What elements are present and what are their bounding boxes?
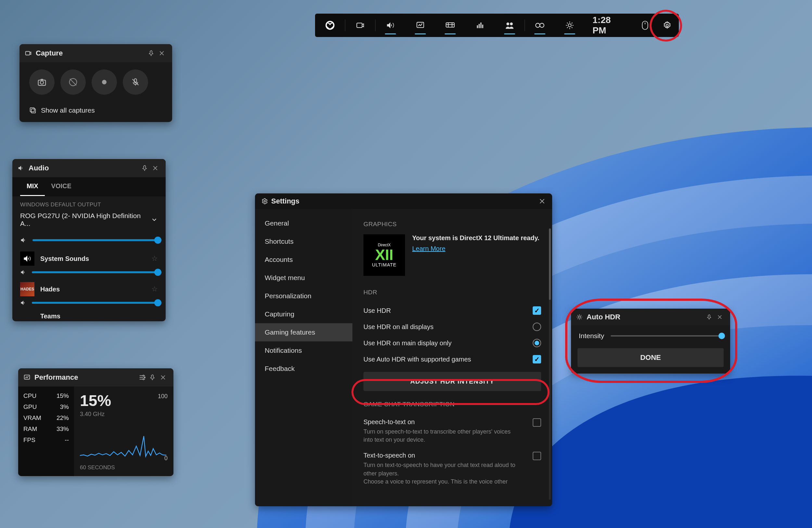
svg-rect-3 xyxy=(446,23,454,27)
checkbox-unchecked[interactable] xyxy=(533,452,541,460)
svg-point-24 xyxy=(143,375,144,376)
stats-button[interactable] xyxy=(465,14,495,37)
performance-title: Performance xyxy=(34,373,78,382)
tab-mix[interactable]: MIX xyxy=(20,177,45,196)
sidebar-item-shortcuts[interactable]: Shortcuts xyxy=(255,232,352,251)
close-button[interactable] xyxy=(150,163,160,173)
auto-hdr-title: Auto HDR xyxy=(586,313,620,321)
resources-button[interactable] xyxy=(435,14,465,37)
favorite-star[interactable]: ☆ xyxy=(151,285,158,293)
capture-button[interactable] xyxy=(345,14,375,37)
show-all-captures-label: Show all captures xyxy=(41,106,95,114)
svg-rect-4 xyxy=(477,25,478,28)
speaker-icon xyxy=(20,269,27,275)
settings-header: Settings xyxy=(255,193,552,209)
default-output-label: WINDOWS DEFAULT OUTPUT xyxy=(12,196,166,210)
adjust-hdr-intensity-button[interactable]: ADJUST HDR INTENSITY xyxy=(363,372,541,391)
sidebar-item-general[interactable]: General xyxy=(255,214,352,232)
close-button[interactable] xyxy=(157,48,167,58)
section-hdr: HDR xyxy=(363,289,541,296)
use-hdr-main-row[interactable]: Use HDR on main display only xyxy=(363,335,541,351)
sidebar-item-accounts[interactable]: Accounts xyxy=(255,251,352,269)
speaker-icon xyxy=(20,300,27,306)
pin-button[interactable] xyxy=(140,163,150,173)
stat-row: RAM33% xyxy=(24,423,69,435)
close-button[interactable] xyxy=(714,312,725,322)
checkbox-checked[interactable]: ✓ xyxy=(533,306,541,315)
section-graphics: GRAPHICS xyxy=(363,221,541,228)
xbox-social-button[interactable] xyxy=(495,14,525,37)
speech-to-text-row[interactable]: Speech-to-text on Turn on speech-to-text… xyxy=(363,414,541,448)
close-button[interactable] xyxy=(538,198,546,205)
mic-button[interactable] xyxy=(123,70,148,95)
radio-selected[interactable] xyxy=(533,339,541,347)
record-last-button[interactable] xyxy=(60,70,86,95)
svg-point-10 xyxy=(536,24,540,28)
sidebar-item-capturing[interactable]: Capturing xyxy=(255,305,352,323)
performance-graph: 15% 3.40 GHz 100 0 60 SECONDS xyxy=(74,387,173,476)
pin-button[interactable] xyxy=(147,372,158,382)
output-device-dropdown[interactable]: ROG PG27U (2- NVIDIA High Definition A..… xyxy=(12,210,166,233)
master-volume-slider[interactable] xyxy=(32,239,158,241)
capture-title: Capture xyxy=(36,49,63,58)
sidebar-item-gaming-features[interactable]: Gaming features xyxy=(255,323,352,342)
pin-button[interactable] xyxy=(704,312,714,322)
favorite-star[interactable]: ☆ xyxy=(151,254,158,263)
sidebar-item-personalization[interactable]: Personalization xyxy=(255,287,352,305)
done-button[interactable]: DONE xyxy=(578,348,724,367)
performance-stats-list: CPU15% GPU3% VRAM22% RAM33% FPS-- xyxy=(18,387,74,476)
audio-item-system: System Sounds ☆ xyxy=(12,248,166,279)
text-to-speech-row[interactable]: Text-to-speech on Turn on text-to-speech… xyxy=(363,448,541,490)
system-sounds-slider[interactable] xyxy=(32,271,158,273)
svg-point-27 xyxy=(264,200,266,202)
options-button[interactable] xyxy=(137,372,147,382)
settings-title: Settings xyxy=(271,197,300,206)
clock: 1:28 PM xyxy=(585,14,635,37)
perf-ymin: 0 xyxy=(164,455,168,462)
svg-rect-22 xyxy=(31,109,35,113)
radio-unselected[interactable] xyxy=(533,322,541,331)
svg-rect-15 xyxy=(26,51,30,55)
svg-rect-5 xyxy=(478,24,479,28)
checkbox-unchecked[interactable] xyxy=(533,418,541,427)
dx12-status-text: Your system is DirectX 12 Ultimate ready… xyxy=(412,234,539,242)
performance-button[interactable] xyxy=(405,14,435,37)
pin-button[interactable] xyxy=(146,48,157,58)
svg-rect-6 xyxy=(480,22,481,28)
svg-rect-1 xyxy=(357,23,362,28)
gear-icon xyxy=(261,198,268,205)
scrollbar[interactable] xyxy=(549,228,551,500)
use-hdr-row[interactable]: Use HDR ✓ xyxy=(363,302,541,319)
mouse-button[interactable] xyxy=(635,14,655,37)
use-autohdr-row[interactable]: Use Auto HDR with supported games ✓ xyxy=(363,351,541,367)
sidebar-item-widget-menu[interactable]: Widget menu xyxy=(255,269,352,287)
intensity-row: Intensity xyxy=(571,326,730,346)
close-button[interactable] xyxy=(158,372,168,382)
audio-header: Audio xyxy=(12,159,166,177)
brightness-button[interactable] xyxy=(555,14,585,37)
screenshot-button[interactable] xyxy=(29,70,55,95)
audio-title: Audio xyxy=(29,164,49,172)
gallery-button[interactable] xyxy=(525,14,555,37)
learn-more-link[interactable]: Learn More xyxy=(412,245,445,253)
tab-voice[interactable]: VOICE xyxy=(45,177,78,196)
show-all-captures-link[interactable]: Show all captures xyxy=(19,102,172,122)
settings-gear-button[interactable] xyxy=(655,14,679,37)
auto-hdr-header: Auto HDR xyxy=(571,308,730,326)
performance-icon xyxy=(24,374,30,381)
game-bar: 1:28 PM xyxy=(315,14,679,37)
checkbox-checked[interactable]: ✓ xyxy=(533,355,541,363)
hades-slider[interactable] xyxy=(32,302,158,304)
sidebar-item-notifications[interactable]: Notifications xyxy=(255,342,352,360)
directx12-badge: DirectX XII ULTIMATE xyxy=(363,234,405,276)
intensity-slider[interactable] xyxy=(611,335,722,336)
xbox-button[interactable] xyxy=(315,14,345,37)
perf-clock: 3.40 GHz xyxy=(80,411,168,418)
sidebar-item-feedback[interactable]: Feedback xyxy=(255,360,352,378)
record-button[interactable] xyxy=(91,70,117,95)
intensity-label: Intensity xyxy=(579,332,604,340)
settings-main: GRAPHICS DirectX XII ULTIMATE Your syste… xyxy=(352,209,552,506)
audio-button[interactable] xyxy=(376,14,405,37)
settings-window: Settings General Shortcuts Accounts Widg… xyxy=(255,193,552,506)
use-hdr-all-row[interactable]: Use HDR on all displays xyxy=(363,319,541,335)
